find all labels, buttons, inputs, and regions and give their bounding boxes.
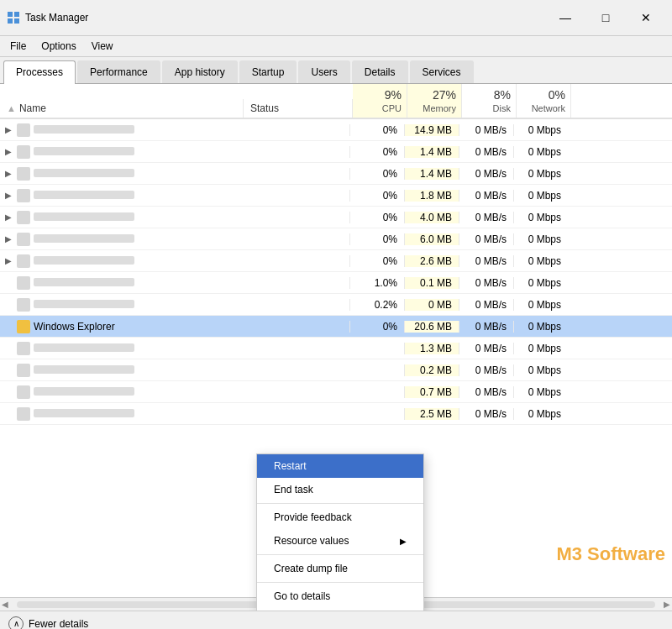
context-menu-feedback[interactable]: Provide feedback xyxy=(257,506,423,529)
tab-bar: Processes Performance App history Startu… xyxy=(0,57,672,84)
expand-icon[interactable]: ▶ xyxy=(0,147,17,156)
table-row[interactable]: 1.0% 0.1 MB 0 MB/s 0 Mbps xyxy=(0,272,672,294)
process-icon xyxy=(17,385,30,399)
table-row[interactable]: 0.2 MB 0 MB/s 0 Mbps xyxy=(0,359,672,381)
tab-processes[interactable]: Processes xyxy=(3,60,76,84)
process-memory: 2.5 MB xyxy=(404,408,459,420)
context-menu-dump[interactable]: Create dump file xyxy=(257,557,423,580)
tab-startup[interactable]: Startup xyxy=(239,60,297,83)
table-row[interactable]: Windows Explorer 0% 20.6 MB 0 MB/s 0 Mbp… xyxy=(0,316,672,338)
table-row[interactable]: ▶ 0% 6.0 MB 0 MB/s 0 Mbps xyxy=(0,228,672,250)
column-headers: ▲ Name Status 9% CPU 27% Memory 8% Disk … xyxy=(0,84,672,119)
process-memory: 0 MB xyxy=(404,299,459,311)
context-menu-open-location[interactable]: Open file location xyxy=(257,608,423,611)
table-row[interactable]: 1.3 MB 0 MB/s 0 Mbps xyxy=(0,338,672,359)
process-disk: 0 MB/s xyxy=(459,299,513,311)
menu-options[interactable]: Options xyxy=(34,38,82,55)
process-name xyxy=(30,343,240,354)
process-disk: 0 MB/s xyxy=(459,124,513,136)
window-title: Task Manager xyxy=(25,12,88,24)
menu-view[interactable]: View xyxy=(85,38,120,55)
tab-app-history[interactable]: App history xyxy=(162,60,238,83)
process-cpu: 0% xyxy=(349,124,404,136)
context-menu-end-task[interactable]: End task xyxy=(257,478,423,501)
process-icon xyxy=(17,189,30,202)
context-menu-goto-details[interactable]: Go to details xyxy=(257,584,423,608)
process-name xyxy=(30,146,240,158)
context-menu-resource-values[interactable]: Resource values ▶ xyxy=(257,529,423,553)
maximize-button[interactable]: □ xyxy=(586,5,625,30)
table-row[interactable]: 2.5 MB 0 MB/s 0 Mbps xyxy=(0,403,672,425)
process-cpu: 0% xyxy=(349,321,404,333)
tab-services[interactable]: Services xyxy=(410,60,474,83)
process-cpu: 1.0% xyxy=(349,277,404,289)
process-icon xyxy=(17,298,30,312)
table-row[interactable]: ▶ 0% 4.0 MB 0 MB/s 0 Mbps xyxy=(0,207,672,228)
process-memory: 1.3 MB xyxy=(404,343,459,354)
process-name xyxy=(30,168,240,180)
col-disk-header[interactable]: 8% Disk xyxy=(462,84,517,118)
expand-icon[interactable]: ▶ xyxy=(0,212,17,222)
process-disk: 0 MB/s xyxy=(459,386,513,398)
process-name xyxy=(30,364,240,376)
minimize-button[interactable]: — xyxy=(546,5,585,30)
process-name xyxy=(30,212,240,223)
table-row[interactable]: 0.7 MB 0 MB/s 0 Mbps xyxy=(0,381,672,403)
col-cpu-header[interactable]: 9% CPU xyxy=(353,84,407,118)
table-row[interactable]: ▶ 0% 1.4 MB 0 MB/s 0 Mbps xyxy=(0,141,672,163)
process-icon xyxy=(17,407,30,421)
col-name-header[interactable]: Name xyxy=(19,102,46,114)
expand-icon[interactable]: ▶ xyxy=(0,256,17,265)
menu-bar: File Options View xyxy=(0,36,672,57)
svg-rect-2 xyxy=(8,18,13,24)
process-memory: 2.6 MB xyxy=(404,255,459,267)
process-memory: 1.8 MB xyxy=(404,190,459,202)
process-cpu: 0% xyxy=(349,190,404,202)
process-network: 0 Mbps xyxy=(513,124,568,136)
process-name xyxy=(30,386,240,398)
process-cpu: 0% xyxy=(349,255,404,267)
footer: ∧ Fewer details xyxy=(0,611,672,629)
table-row[interactable]: ▶ 0% 1.4 MB 0 MB/s 0 Mbps xyxy=(0,163,672,185)
expand-icon[interactable]: ▶ xyxy=(0,234,17,244)
table-row[interactable]: ▶ 0% 1.8 MB 0 MB/s 0 Mbps xyxy=(0,185,672,207)
submenu-arrow-icon: ▶ xyxy=(400,537,407,546)
svg-rect-1 xyxy=(14,12,19,17)
process-memory: 1.4 MB xyxy=(404,146,459,158)
process-cpu: 0.2% xyxy=(349,299,404,311)
context-menu-sep3 xyxy=(257,582,423,583)
process-memory: 1.4 MB xyxy=(404,168,459,180)
tab-performance[interactable]: Performance xyxy=(77,60,160,83)
menu-file[interactable]: File xyxy=(3,38,33,55)
process-memory: 14.9 MB xyxy=(404,124,459,136)
process-network: 0 Mbps xyxy=(513,321,568,333)
context-menu-restart[interactable]: Restart xyxy=(257,454,423,478)
col-status-header[interactable]: Status xyxy=(244,99,353,118)
tab-users[interactable]: Users xyxy=(298,60,349,83)
expand-icon[interactable]: ▶ xyxy=(0,191,17,200)
table-row[interactable]: ▶ 0% 14.9 MB 0 MB/s 0 Mbps xyxy=(0,119,672,141)
table-row[interactable]: ▶ 0% 2.6 MB 0 MB/s 0 Mbps xyxy=(0,250,672,272)
table-row[interactable]: 0.2% 0 MB 0 MB/s 0 Mbps xyxy=(0,294,672,316)
process-name xyxy=(30,255,240,267)
fewer-details-label: Fewer details xyxy=(29,618,88,630)
main-content: ▲ Name Status 9% CPU 27% Memory 8% Disk … xyxy=(0,84,672,611)
process-disk: 0 MB/s xyxy=(459,168,513,180)
process-cpu: 0% xyxy=(349,146,404,158)
process-disk: 0 MB/s xyxy=(459,190,513,202)
process-memory: 6.0 MB xyxy=(404,233,459,245)
process-icon xyxy=(17,233,30,246)
tab-details[interactable]: Details xyxy=(352,60,408,83)
process-disk: 0 MB/s xyxy=(459,364,513,376)
fewer-details-button[interactable]: ∧ Fewer details xyxy=(8,616,88,630)
expand-icon[interactable]: ▶ xyxy=(0,169,17,178)
close-button[interactable]: ✕ xyxy=(627,5,665,30)
col-network-header[interactable]: 0% Network xyxy=(517,84,571,118)
col-memory-header[interactable]: 27% Memory xyxy=(407,84,462,118)
title-bar: Task Manager — □ ✕ xyxy=(0,0,672,36)
process-network: 0 Mbps xyxy=(513,364,568,376)
process-icon xyxy=(17,276,30,290)
process-network: 0 Mbps xyxy=(513,146,568,158)
expand-icon[interactable]: ▶ xyxy=(0,125,17,134)
process-network: 0 Mbps xyxy=(513,255,568,267)
